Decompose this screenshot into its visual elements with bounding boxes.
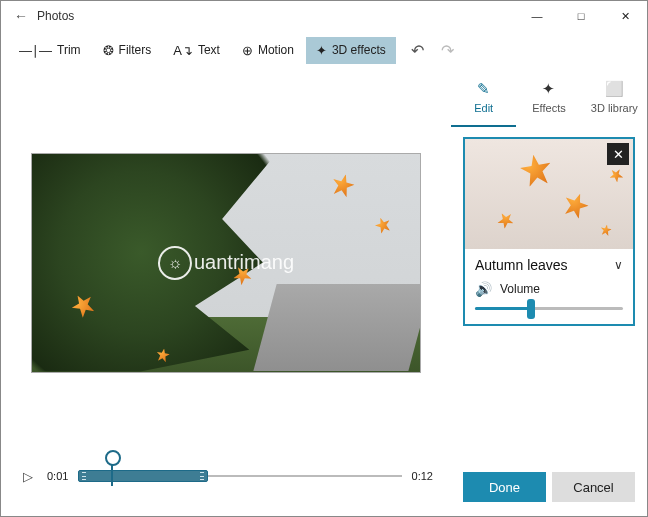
cube-icon: ⬜ [605,80,624,98]
tab-edit[interactable]: ✎ Edit [451,69,516,125]
pencil-icon: ✎ [477,80,490,98]
text-label: Text [198,43,220,57]
undo-button[interactable]: ↶ [404,37,432,64]
effect-thumbnail[interactable]: ✕ [465,139,633,249]
watermark: ☼ uantrimang [158,246,294,280]
close-window-button[interactable]: ✕ [603,1,647,31]
timeline: ▷ 0:01 0:12 [1,446,451,516]
tab-library-label: 3D library [591,102,638,114]
total-time: 0:12 [412,470,433,482]
trim-icon: ―∣― [19,43,52,58]
back-button[interactable]: ← [9,8,33,24]
volume-slider-thumb[interactable] [527,299,535,319]
motion-label: Motion [258,43,294,57]
playhead[interactable] [111,458,113,486]
maximize-button[interactable]: □ [559,1,603,31]
sparkle-icon: ✦ [316,43,327,58]
3d-effects-label: 3D effects [332,43,386,57]
side-footer: Done Cancel [451,462,647,516]
tab-effects-label: Effects [532,102,565,114]
volume-slider[interactable] [475,307,623,310]
tab-edit-label: Edit [474,102,493,114]
clip-end-handle[interactable] [200,472,204,480]
side-tabs: ✎ Edit ✦ Effects ⬜ 3D library [451,69,647,125]
filters-tool[interactable]: ❂ Filters [93,37,162,64]
done-button[interactable]: Done [463,472,546,502]
volume-row: 🔊 Volume [465,277,633,307]
remove-effect-button[interactable]: ✕ [607,143,629,165]
editor-toolbar: ―∣― Trim ❂ Filters A↴ Text ⊕ Motion ✦ 3D… [1,31,647,69]
effect-card: ✕ Autumn leaves ∨ 🔊 Volume [463,137,635,326]
clip-start-handle[interactable] [82,472,86,480]
redo-button[interactable]: ↷ [434,37,462,64]
trim-tool[interactable]: ―∣― Trim [9,37,91,64]
play-button[interactable]: ▷ [19,465,37,488]
canvas-pane: ☼ uantrimang ▷ 0:01 0:12 [1,69,451,516]
chevron-down-icon: ∨ [614,258,623,272]
3d-effects-tool[interactable]: ✦ 3D effects [306,37,396,64]
watermark-text: uantrimang [194,251,294,274]
tab-3d-library[interactable]: ⬜ 3D library [582,69,647,125]
minimize-button[interactable]: ― [515,1,559,31]
cancel-button[interactable]: Cancel [552,472,635,502]
side-panel: ✎ Edit ✦ Effects ⬜ 3D library ✕ Autumn l… [451,69,647,516]
effects-icon: ✦ [542,80,555,98]
filters-icon: ❂ [103,43,114,58]
tab-underline [451,125,516,127]
text-tool[interactable]: A↴ Text [163,37,230,64]
watermark-icon: ☼ [158,246,192,280]
effect-name: Autumn leaves [475,257,568,273]
effect-title-row[interactable]: Autumn leaves ∨ [465,249,633,277]
text-icon: A↴ [173,43,193,58]
main-area: ☼ uantrimang ▷ 0:01 0:12 ✎ [1,69,647,516]
video-preview[interactable]: ☼ uantrimang [31,153,421,373]
effect-clip[interactable] [78,470,207,482]
cancel-label: Cancel [573,480,613,495]
volume-label: Volume [500,282,540,296]
trim-label: Trim [57,43,81,57]
title-bar: ← Photos ― □ ✕ [1,1,647,31]
tab-effects[interactable]: ✦ Effects [516,69,581,125]
speaker-icon: 🔊 [475,281,492,297]
filters-label: Filters [119,43,152,57]
done-label: Done [489,480,520,495]
app-title: Photos [37,9,74,23]
motion-icon: ⊕ [242,43,253,58]
motion-tool[interactable]: ⊕ Motion [232,37,304,64]
current-time: 0:01 [47,470,68,482]
timeline-track[interactable] [78,468,401,484]
